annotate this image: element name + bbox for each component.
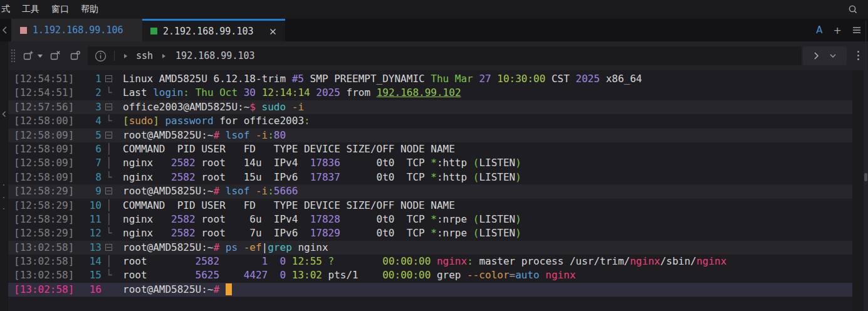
fold-gutter: └: [102, 86, 123, 100]
tab-label: 2.192.168.99.103: [163, 26, 254, 37]
timestamp: [12:54:51]: [8, 72, 74, 86]
fold-gutter: │: [102, 255, 123, 268]
menu-item-window[interactable]: 窗口: [51, 4, 69, 15]
menu-bar: 式 工具 窗口 帮助: [0, 0, 868, 19]
new-tab-dropdown-icon[interactable]: [37, 53, 43, 58]
timestamp: [12:58:29]: [8, 226, 74, 240]
duplicate-tab-icon[interactable]: [70, 50, 81, 61]
fold-gutter: [102, 283, 123, 297]
address-bar[interactable]: ssh 192.168.99.103: [88, 46, 802, 65]
fold-gutter: [102, 129, 123, 142]
line-number: 2: [74, 86, 102, 100]
address-host: 192.168.99.103: [175, 50, 254, 61]
terminal-line: [13:02:58]13root@AMD5825U:~# ps -ef|grep…: [8, 241, 852, 255]
line-number: 6: [74, 142, 102, 156]
terminal-line: [12:58:09]8└nginx 2582 root 15u IPv6 178…: [8, 171, 852, 184]
tab-scroll-left-icon[interactable]: [2, 26, 8, 34]
breadcrumb-arrow-icon: [123, 53, 128, 59]
fold-toggle-icon[interactable]: [105, 132, 112, 139]
terminal-cursor: [226, 283, 232, 295]
info-icon[interactable]: [95, 50, 107, 62]
session-list-icon[interactable]: [852, 26, 861, 34]
timestamp: [13:02:58]: [8, 241, 74, 255]
line-text: nginx 2582 root 14u IPv4 17836 0t0 TCP *…: [123, 156, 521, 170]
line-text: office2003@AMD5825U:~$ sudo -i: [123, 100, 304, 114]
left-rail: [0, 41, 8, 311]
terminal-line: [12:58:00]4└[sudo] password for office20…: [8, 114, 852, 128]
terminal-line: [13:02:58]14│root 2582 1 0 12:55 ? 00:00…: [8, 255, 852, 268]
line-number: 4: [74, 114, 102, 128]
timestamp: [13:02:58]: [8, 255, 74, 268]
terminal-line: [12:58:29]9root@AMD5825U:~# lsof -i:5666: [8, 184, 852, 198]
sidebar-collapse-icon[interactable]: [1, 110, 7, 118]
address-separator: [114, 51, 115, 61]
line-number: 1: [74, 72, 102, 86]
timestamp: [12:58:09]: [8, 142, 74, 156]
line-text: root@AMD5825U:~# lsof -i:5666: [123, 184, 298, 198]
line-text: nginx 2582 root 7u IPv6 17829 0t0 TCP *:…: [123, 226, 521, 240]
tab-close-icon[interactable]: [269, 28, 276, 35]
line-number: 9: [74, 184, 102, 198]
new-session-icon[interactable]: +: [834, 24, 842, 36]
line-number: 15: [74, 268, 102, 282]
terminal-view[interactable]: [12:54:51]1Linux AMD5825U 6.12.18-trim #…: [8, 70, 852, 311]
rail-marker: [3, 208, 4, 209]
session-status-icon: [20, 27, 27, 34]
fold-toggle-icon[interactable]: [105, 103, 112, 110]
search-icon[interactable]: [848, 4, 858, 14]
line-text: nginx 2582 root 15u IPv6 17837 0t0 TCP *…: [123, 171, 521, 184]
line-number: 10: [74, 199, 102, 213]
font-size-button[interactable]: A: [816, 24, 822, 36]
line-text: root@AMD5825U:~#: [123, 283, 232, 297]
fold-toggle-icon[interactable]: [105, 187, 112, 194]
tab-session-1[interactable]: 1.192.168.99.106: [11, 19, 142, 41]
new-tab-icon[interactable]: [23, 50, 34, 61]
menu-item-help[interactable]: 帮助: [81, 4, 98, 15]
fold-toggle-icon[interactable]: [105, 75, 112, 82]
menu-item-tools[interactable]: 工具: [22, 4, 39, 15]
tab-label: 1.192.168.99.106: [33, 24, 123, 36]
terminal-line: [12:58:09]6│COMMAND PID USER FD TYPE DEV…: [8, 142, 852, 156]
timestamp: [12:58:29]: [8, 184, 74, 198]
line-number: 3: [74, 100, 102, 114]
go-chevron-icon[interactable]: [813, 51, 819, 60]
line-text: [sudo] password for office2003:: [123, 114, 310, 128]
history-dropdown-icon[interactable]: [829, 53, 837, 58]
rail-marker: [3, 184, 4, 186]
fold-toggle-icon[interactable]: [105, 244, 112, 251]
terminal-line: [12:54:51]2└Last login: Thu Oct 30 12:14…: [8, 86, 852, 100]
scrollbar[interactable]: [864, 70, 868, 311]
terminal-lines: [12:54:51]1Linux AMD5825U 6.12.18-trim #…: [8, 72, 852, 297]
fold-gutter: │: [102, 199, 123, 213]
timestamp: [12:58:09]: [8, 156, 74, 170]
panel-divider: [865, 21, 866, 70]
terminal-line: [12:58:09]5root@AMD5825U:~# lsof -i:80: [8, 129, 852, 142]
line-text: Linux AMD5825U 6.12.18-trim #5 SMP PREEM…: [123, 72, 642, 86]
toolbar: ssh 192.168.99.103: [0, 41, 868, 70]
close-tab-icon[interactable]: [50, 50, 61, 61]
session-status-icon: [150, 28, 157, 34]
breadcrumb-arrow-icon: [162, 53, 166, 59]
terminal-line: [12:57:56]3office2003@AMD5825U:~$ sudo -…: [8, 100, 852, 114]
line-text: root 5625 4427 0 13:02 pts/1 00:00:00 gr…: [123, 268, 576, 282]
right-strip: [852, 70, 868, 311]
timestamp: [12:58:09]: [8, 129, 74, 142]
fold-gutter: └: [102, 171, 123, 184]
tab-session-2[interactable]: 2.192.168.99.103: [142, 19, 285, 41]
line-number: 12: [74, 226, 102, 240]
terminal-line: [12:58:29]10│COMMAND PID USER FD TYPE DE…: [8, 199, 852, 213]
toolbar-grip-handle[interactable]: [11, 49, 16, 63]
line-number: 14: [74, 255, 102, 268]
terminal-line: [13:02:58]15└root 5625 4427 0 13:02 pts/…: [8, 268, 852, 282]
terminal-line: [12:54:51]1Linux AMD5825U 6.12.18-trim #…: [8, 72, 852, 86]
fold-gutter: [102, 241, 123, 255]
line-text: nginx 2582 root 6u IPv4 17828 0t0 TCP *:…: [123, 213, 521, 226]
menu-item-mode[interactable]: 式: [1, 4, 10, 15]
line-number: 16: [74, 283, 102, 297]
line-text: COMMAND PID USER FD TYPE DEVICE SIZE/OFF…: [123, 142, 455, 156]
terminal-line: [13:02:58]16root@AMD5825U:~#: [8, 283, 852, 297]
toolbar-overflow-icon[interactable]: [857, 51, 859, 60]
scrollbar-thumb[interactable]: [864, 173, 867, 181]
terminal-line: [12:58:29]11│nginx 2582 root 6u IPv4 178…: [8, 213, 852, 226]
line-text: root 2582 1 0 12:55 ? 00:00:00 nginx: ma…: [123, 255, 726, 268]
